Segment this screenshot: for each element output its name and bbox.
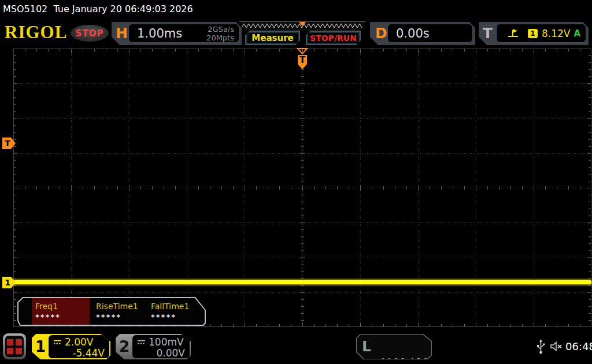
measurement-results-box: Freq1 ***** RiseTime1 ***** FallTime1 **…: [17, 297, 206, 326]
trigger-position-marker[interactable]: T: [296, 48, 309, 70]
timebase-value: 1.00ms: [137, 27, 182, 40]
channel1-panel: 2.00V -5.44V: [49, 335, 109, 358]
speaker-muted-icon[interactable]: [549, 340, 563, 352]
trigger-slope-rising-icon: [507, 28, 520, 38]
horizontal-label: H: [116, 22, 128, 45]
measurement-label: Freq1: [35, 302, 90, 311]
acquisition-rates: 2GSa/s 20Mpts: [206, 25, 234, 42]
channel1-scale: 2.00V: [65, 336, 93, 348]
delay-settings-box[interactable]: D 0.00s: [370, 22, 475, 45]
measure-button[interactable]: Measure: [245, 31, 300, 45]
trigger-position-marker-letter: T: [299, 55, 306, 65]
trigger-label: T: [483, 22, 493, 45]
trigger-inner-box: 1 8.12V A: [496, 24, 586, 43]
trigger-settings-box[interactable]: T 1 8.12V A: [479, 22, 589, 45]
trigger-level-marker[interactable]: T: [2, 137, 16, 150]
preview-waveform-svg: [239, 21, 366, 31]
measurement-value: *****: [96, 313, 150, 321]
rigol-logo: RIGOL: [5, 22, 67, 43]
channel1-trace: [13, 280, 591, 284]
acquisition-state-label: STOP: [76, 28, 104, 39]
dc-coupling-icon: [53, 339, 62, 345]
measure-button-label: Measure: [251, 33, 293, 43]
delay-inner-box: 0.00s: [387, 24, 473, 43]
clock: 06:48: [565, 340, 592, 352]
acquisition-state-indicator: STOP: [71, 25, 109, 42]
sample-rate: 2GSa/s: [206, 25, 234, 34]
measurement-results-inner: Freq1 ***** RiseTime1 ***** FallTime1 **…: [18, 298, 205, 325]
graticule-grid: [13, 49, 591, 327]
menu-grid-icon: [5, 336, 24, 357]
measurement-value: *****: [151, 313, 205, 321]
logic-channel-numbers: 0 1 2 3 4 5 6 7 8 9 10 11 12 13 14 15: [381, 338, 446, 364]
instrument-title: MSO5102 Tue January 20 06:49:03 2026: [3, 3, 193, 14]
trigger-level-marker-letter: T: [5, 139, 10, 148]
delay-value: 0.00s: [396, 27, 430, 40]
channel1-badge: 1: [32, 334, 49, 359]
channel2-scale: 100mV: [149, 336, 184, 348]
trigger-level-value: 8.12V: [542, 28, 570, 39]
logic-channels-inner: L 0 1 2 3 4 5 6 7 8 9 10 11 12 13 14 15: [357, 335, 431, 359]
logic-label: L: [362, 338, 371, 355]
channel1-position-marker[interactable]: 1: [2, 276, 16, 289]
channel2-status-box[interactable]: 2 100mV 0.00V: [116, 334, 191, 359]
measurement-item-freq1[interactable]: Freq1 *****: [32, 298, 90, 325]
stop-run-button[interactable]: STOP/RUN: [306, 31, 361, 45]
timebase-inner-box: 1.00ms 2GSa/s 20Mpts: [128, 24, 239, 43]
measurement-label: RiseTime1: [96, 302, 150, 311]
horizontal-settings-box[interactable]: H 1.00ms 2GSa/s 20Mpts: [112, 22, 242, 45]
measurement-item-risetime1[interactable]: RiseTime1 *****: [92, 298, 150, 325]
menu-grid-button[interactable]: [3, 333, 26, 359]
logic-row-0-7: 0 1 2 3 4 5 6 7: [381, 356, 446, 364]
measurement-value: *****: [35, 313, 90, 321]
channel1-status-box[interactable]: 1 2.00V -5.44V: [32, 334, 110, 359]
delay-label: D: [375, 22, 387, 45]
measurement-item-falltime1[interactable]: FallTime1 *****: [147, 298, 205, 325]
usb-icon: [536, 339, 545, 355]
channel2-offset: 0.00V: [137, 347, 185, 359]
memory-depth: 20Mpts: [206, 34, 234, 42]
channel1-position-marker-number: 1: [5, 278, 10, 287]
waveform-overview-strip[interactable]: [239, 21, 366, 31]
measurement-label: FallTime1: [151, 302, 205, 311]
dc-coupling-icon: [137, 339, 146, 345]
stop-run-button-label: STOP/RUN: [310, 34, 357, 43]
channel1-offset: -5.44V: [53, 347, 105, 359]
trigger-source-badge: 1: [528, 29, 538, 38]
graticule: T: [13, 49, 591, 327]
trigger-sweep-mode: A: [574, 28, 580, 39]
logic-channels-box[interactable]: L 0 1 2 3 4 5 6 7 8 9 10 11 12 13 14 15: [356, 334, 432, 359]
channel2-badge: 2: [116, 334, 133, 359]
channel2-panel: 100mV 0.00V: [132, 335, 190, 358]
